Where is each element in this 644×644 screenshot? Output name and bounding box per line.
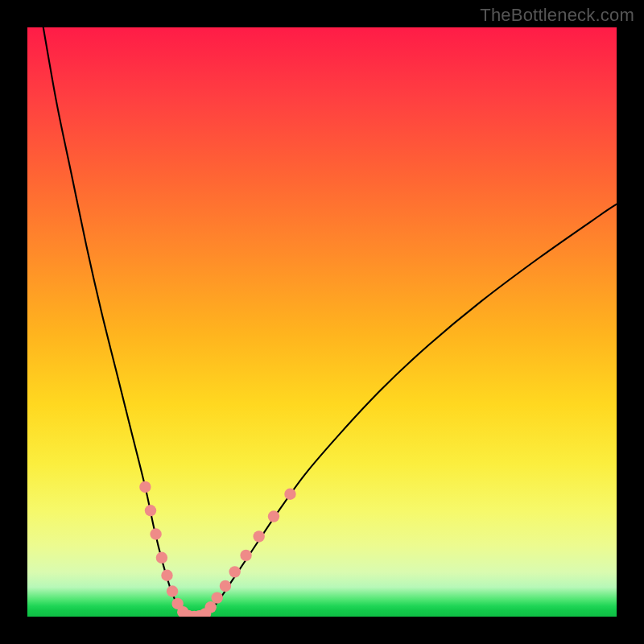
chart-canvas: TheBottleneck.com (0, 0, 644, 644)
watermark-text: TheBottleneck.com (480, 5, 634, 26)
marker-dot (145, 505, 156, 516)
chart-svg (27, 27, 617, 617)
scatter-markers (139, 481, 295, 617)
marker-dot (284, 489, 295, 500)
marker-dot (212, 592, 223, 603)
marker-dot (150, 528, 161, 539)
marker-dot (220, 580, 231, 592)
marker-dot (240, 550, 251, 561)
marker-dot (253, 530, 264, 542)
marker-dot (204, 601, 216, 613)
marker-dot (268, 510, 279, 522)
plot-area (27, 27, 617, 617)
marker-dot (161, 570, 172, 581)
marker-dot (229, 566, 240, 577)
bottleneck-curve (43, 27, 617, 617)
marker-dot (139, 481, 151, 493)
marker-dot (167, 585, 178, 597)
marker-dot (156, 552, 167, 564)
